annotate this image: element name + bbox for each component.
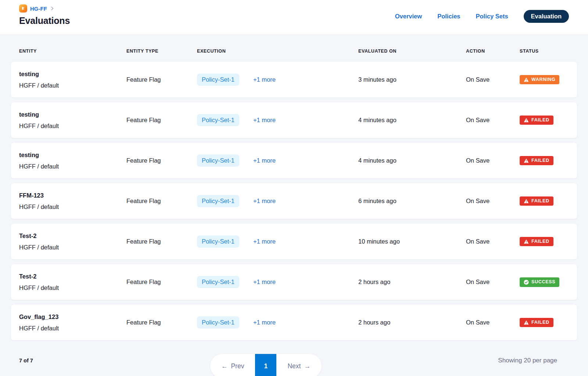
status-badge: SUCCESS [520, 277, 559, 287]
page-title: Evaluations [19, 15, 70, 26]
table-row[interactable]: Test-2 HGFF / default Feature Flag Polic… [11, 264, 577, 300]
status-badge: FAILED [520, 196, 553, 206]
more-policies-link[interactable]: +1 more [253, 238, 276, 245]
table-row[interactable]: testing HGFF / default Feature Flag Poli… [11, 102, 577, 138]
status-badge: WARNING [520, 75, 559, 84]
entity-name: Test-2 [19, 273, 126, 280]
entity-type: Feature Flag [126, 117, 197, 124]
warning-icon [524, 199, 529, 203]
top-nav: Overview Policies Policy Sets Evaluation [395, 4, 569, 24]
table-row[interactable]: FFM-123 HGFF / default Feature Flag Poli… [11, 183, 577, 219]
status-badge: FAILED [520, 318, 553, 327]
tab-overview[interactable]: Overview [395, 13, 422, 20]
col-header-entity: ENTITY [19, 49, 126, 54]
entity-name: Gov_flag_123 [19, 313, 126, 320]
status-label: SUCCESS [531, 280, 555, 284]
more-policies-link[interactable]: +1 more [253, 76, 276, 83]
entity-name: testing [19, 111, 126, 118]
action: On Save [466, 76, 520, 83]
tab-evaluation[interactable]: Evaluation [524, 10, 569, 23]
action: On Save [466, 117, 520, 124]
more-policies-link[interactable]: +1 more [253, 117, 276, 124]
status-badge: FAILED [520, 116, 553, 125]
policy-set-chip[interactable]: Policy-Set-1 [197, 276, 239, 288]
table-row[interactable]: Gov_flag_123 HGFF / default Feature Flag… [11, 305, 577, 340]
entity-type: Feature Flag [126, 319, 197, 326]
status-label: FAILED [531, 239, 549, 244]
evaluated-on: 6 minutes ago [358, 198, 466, 205]
policy-set-chip[interactable]: Policy-Set-1 [197, 235, 239, 248]
status-label: FAILED [531, 199, 549, 203]
status-badge: FAILED [520, 156, 553, 165]
entity-type: Feature Flag [126, 198, 197, 205]
warning-icon [524, 118, 529, 123]
more-policies-link[interactable]: +1 more [253, 279, 276, 285]
table-header-row: ENTITY ENTITY TYPE EXECUTION EVALUATED O… [11, 49, 577, 54]
status-label: FAILED [531, 118, 549, 123]
entity-scope: HGFF / default [19, 244, 126, 251]
status-label: WARNING [531, 77, 555, 82]
action: On Save [466, 238, 520, 245]
pagination: ← Prev 1 Next → [210, 354, 322, 376]
policy-set-chip[interactable]: Policy-Set-1 [197, 155, 239, 167]
arrow-left-icon: ← [221, 362, 228, 370]
warning-icon [524, 320, 529, 325]
entity-scope: HGFF / default [19, 82, 126, 89]
entity-scope: HGFF / default [19, 163, 126, 170]
entity-type: Feature Flag [126, 76, 197, 83]
tab-policy-sets[interactable]: Policy Sets [476, 13, 508, 20]
result-count: 7 of 7 [19, 358, 33, 363]
entity-scope: HGFF / default [19, 325, 126, 332]
col-header-action: ACTION [466, 49, 520, 54]
page-header: HG-FF Evaluations Overview Policies Poli… [0, 0, 588, 35]
tab-policies[interactable]: Policies [437, 13, 460, 20]
evaluated-on: 3 minutes ago [358, 76, 466, 83]
next-page-button[interactable]: Next → [276, 354, 321, 376]
action: On Save [466, 198, 520, 205]
evaluated-on: 4 minutes ago [358, 157, 466, 164]
entity-name: FFM-123 [19, 192, 126, 199]
table-row[interactable]: testing HGFF / default Feature Flag Poli… [11, 62, 577, 97]
prev-page-button[interactable]: ← Prev [210, 354, 255, 376]
breadcrumb: HG-FF [19, 4, 70, 13]
more-policies-link[interactable]: +1 more [253, 319, 276, 326]
warning-icon [524, 77, 529, 82]
entity-scope: HGFF / default [19, 203, 126, 210]
policy-set-chip[interactable]: Policy-Set-1 [197, 316, 239, 329]
more-policies-link[interactable]: +1 more [253, 157, 276, 164]
warning-icon [524, 239, 529, 244]
policy-set-chip[interactable]: Policy-Set-1 [197, 195, 239, 207]
entity-name: Test-2 [19, 233, 126, 240]
status-label: FAILED [531, 158, 549, 163]
table-row[interactable]: Test-2 HGFF / default Feature Flag Polic… [11, 224, 577, 259]
evaluated-on: 2 hours ago [358, 279, 466, 285]
current-page-button[interactable]: 1 [255, 354, 276, 376]
entity-scope: HGFF / default [19, 284, 126, 291]
success-icon [524, 280, 529, 285]
entity-type: Feature Flag [126, 279, 197, 285]
col-header-status: STATUS [520, 49, 569, 54]
action: On Save [466, 279, 520, 285]
entity-name: testing [19, 71, 126, 78]
per-page-label: Showing 20 per page [498, 357, 557, 364]
policy-set-chip[interactable]: Policy-Set-1 [197, 74, 239, 86]
col-header-execution: EXECUTION [197, 49, 358, 54]
evaluated-on: 4 minutes ago [358, 117, 466, 124]
warning-icon [524, 158, 529, 163]
policy-set-chip[interactable]: Policy-Set-1 [197, 114, 239, 126]
table-row[interactable]: testing HGFF / default Feature Flag Poli… [11, 143, 577, 178]
action: On Save [466, 319, 520, 326]
arrow-right-icon: → [304, 362, 311, 370]
more-policies-link[interactable]: +1 more [253, 198, 276, 205]
col-header-evaluated-on: EVALUATED ON [358, 49, 466, 54]
chevron-right-icon [50, 6, 54, 11]
entity-scope: HGFF / default [19, 123, 126, 130]
table-body: testing HGFF / default Feature Flag Poli… [11, 62, 577, 340]
entity-name: testing [19, 152, 126, 159]
entity-type: Feature Flag [126, 238, 197, 245]
table-footer: 7 of 7 ← Prev 1 Next → Showing 20 per pa… [0, 352, 588, 376]
status-badge: FAILED [520, 237, 553, 246]
breadcrumb-project-link[interactable]: HG-FF [30, 6, 47, 12]
evaluated-on: 2 hours ago [358, 319, 466, 326]
col-header-entity-type: ENTITY TYPE [126, 49, 197, 54]
